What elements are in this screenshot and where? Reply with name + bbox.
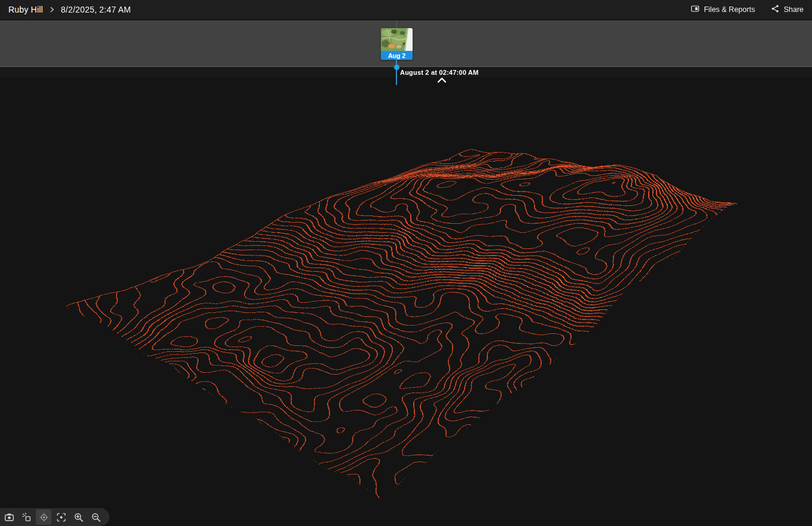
locate-button[interactable] <box>36 509 51 525</box>
app-window: Ruby Hill 8/2/2025, 2:47 AM Files & Repo… <box>0 0 812 526</box>
capture-badge[interactable]: Aug 2 <box>381 51 413 60</box>
fit-view-button[interactable] <box>53 509 69 525</box>
timeline-marker-stem <box>396 60 397 85</box>
share-icon <box>771 4 780 15</box>
capture-thumbnail-card[interactable]: Aug 2 <box>381 28 413 60</box>
breadcrumb-project-name[interactable]: Ruby Hill <box>8 5 43 14</box>
report-icon <box>691 4 700 15</box>
timeline-tick <box>396 20 397 28</box>
camera-button[interactable] <box>1 509 17 525</box>
chevron-right-icon <box>48 6 56 13</box>
timeline-strip[interactable]: Aug 2 <box>0 20 812 67</box>
view-toolbar <box>0 508 109 526</box>
top-bar: Ruby Hill 8/2/2025, 2:47 AM Files & Repo… <box>0 0 812 20</box>
breadcrumb-capture-date: 8/2/2025, 2:47 AM <box>61 5 131 14</box>
point-cloud-icon <box>22 512 32 522</box>
files-reports-label: Files & Reports <box>704 5 755 14</box>
terrain-contour-canvas[interactable] <box>0 67 812 526</box>
zoom-out-button[interactable] <box>88 509 103 525</box>
capture-aerial-thumbnail <box>381 28 413 51</box>
map-3d-viewport[interactable] <box>0 67 812 526</box>
top-bar-actions: Files & Reports Share <box>691 4 804 15</box>
share-button[interactable]: Share <box>771 4 804 15</box>
fit-view-icon <box>56 512 66 522</box>
files-reports-button[interactable]: Files & Reports <box>691 4 755 15</box>
zoom-in-button[interactable] <box>71 509 86 525</box>
zoom-in-icon <box>74 512 84 522</box>
share-label: Share <box>784 5 804 14</box>
camera-icon <box>4 512 14 522</box>
timeline-marker-dot <box>394 65 399 70</box>
zoom-out-icon <box>91 512 101 522</box>
timeline-marker-label: August 2 at 02:47:00 AM <box>400 69 478 76</box>
point-cloud-button[interactable] <box>19 509 34 525</box>
collapse-timeline-chevron-icon[interactable] <box>435 76 449 84</box>
locate-target-icon <box>39 512 49 522</box>
